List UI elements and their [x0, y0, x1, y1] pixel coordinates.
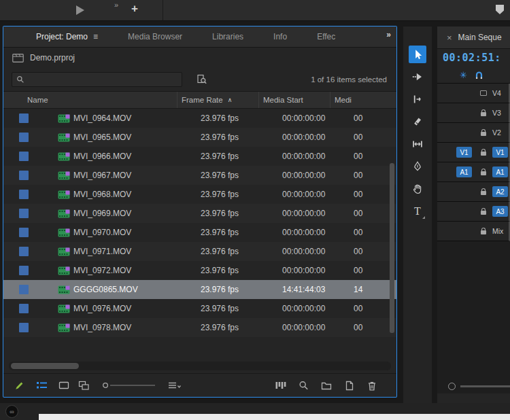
- horizontal-scrollbar[interactable]: [9, 362, 391, 370]
- track-header-row[interactable]: A3: [437, 202, 510, 222]
- horizontal-scrollbar-handle[interactable]: [11, 363, 79, 369]
- tab-overflow-chevron[interactable]: »: [386, 30, 390, 39]
- table-row[interactable]: MVI_0972.MOV 23.976 fps 00:00:00:00 00: [3, 261, 396, 280]
- search-box: [12, 72, 182, 87]
- label-color-swatch[interactable]: [19, 247, 29, 256]
- label-color-swatch[interactable]: [19, 266, 29, 275]
- table-row[interactable]: MVI_0964.MOV 23.976 fps 00:00:00:00 00: [3, 109, 396, 128]
- track-name-badge[interactable]: A2: [492, 186, 508, 197]
- slip-tool[interactable]: [409, 135, 426, 153]
- table-row[interactable]: MVI_0971.MOV 23.976 fps 00:00:00:00 00: [3, 242, 396, 261]
- tab-media-browser[interactable]: Media Browser: [128, 32, 182, 41]
- automate-to-sequence-icon[interactable]: [275, 381, 286, 390]
- zoom-slider[interactable]: [102, 381, 158, 390]
- track-name-badge[interactable]: A3: [492, 206, 508, 217]
- panel-menu-icon[interactable]: ≡: [93, 32, 98, 41]
- column-media-start[interactable]: Media Start: [258, 92, 330, 108]
- sequence-tab[interactable]: × Main Seque: [437, 27, 510, 49]
- new-bin-icon[interactable]: [321, 381, 332, 390]
- track-select-forward-tool[interactable]: [409, 68, 426, 86]
- hand-tool[interactable]: [409, 180, 426, 198]
- table-row[interactable]: MVI_0969.MOV 23.976 fps 00:00:00:00 00: [3, 204, 396, 223]
- table-row[interactable]: GGGG0865.MOV 23.976 fps 14:41:44:03 14: [3, 280, 396, 299]
- source-patch-badge[interactable]: V1: [456, 147, 472, 158]
- table-row[interactable]: MVI_0967.MOV 23.976 fps 00:00:00:00 00: [3, 166, 396, 185]
- label-color-swatch[interactable]: [19, 323, 29, 332]
- label-cell: [3, 285, 42, 294]
- selection-tool[interactable]: [409, 46, 426, 63]
- track-name-badge[interactable]: V2: [492, 128, 501, 137]
- track-name-badge[interactable]: V1: [492, 147, 508, 158]
- label-color-swatch[interactable]: [19, 113, 29, 123]
- track-lock-icon[interactable]: [481, 230, 486, 234]
- timeline-zoom-scrollbar[interactable]: [437, 379, 510, 393]
- timecode-display[interactable]: 00:02:51:: [437, 49, 510, 67]
- list-view-button[interactable]: [36, 381, 48, 390]
- track-name-badge[interactable]: A1: [492, 167, 508, 177]
- track-lock-icon[interactable]: [481, 211, 486, 215]
- close-panel-icon[interactable]: ×: [447, 33, 452, 43]
- sort-options-icon[interactable]: [167, 381, 182, 390]
- table-row[interactable]: MVI_0968.MOV 23.976 fps 00:00:00:00 00: [3, 185, 396, 204]
- table-row[interactable]: MVI_0966.MOV 23.976 fps 00:00:00:00 00: [3, 147, 396, 166]
- track-lock-icon[interactable]: [481, 112, 486, 116]
- razor-tool[interactable]: [409, 113, 426, 130]
- table-row[interactable]: MVI_0976.MOV 23.976 fps 00:00:00:00 00: [3, 299, 396, 318]
- track-lock-icon[interactable]: [481, 191, 486, 195]
- table-row[interactable]: MVI_0970.MOV 23.976 fps 00:00:00:00 00: [3, 223, 396, 242]
- track-header-row[interactable]: Mix: [437, 222, 510, 241]
- zoom-knob-icon[interactable]: [448, 383, 456, 390]
- tab-project[interactable]: Project: Demo ≡: [36, 32, 98, 41]
- label-color-swatch[interactable]: [19, 171, 29, 180]
- label-color-swatch[interactable]: [19, 190, 29, 199]
- ripple-edit-tool[interactable]: [409, 90, 426, 108]
- track-mini-icon[interactable]: [480, 90, 487, 96]
- advanced-search-button[interactable]: [193, 73, 211, 86]
- track-header-row[interactable]: V1 V1: [437, 143, 510, 162]
- track-name-badge[interactable]: V3: [492, 109, 501, 117]
- column-media-end[interactable]: Medi: [330, 92, 371, 108]
- column-frame-rate[interactable]: Frame Rate ∧: [177, 92, 258, 108]
- track-lock-icon[interactable]: [481, 132, 486, 136]
- column-name[interactable]: Name: [3, 96, 177, 104]
- marker-icon[interactable]: [496, 5, 504, 14]
- freeform-view-button[interactable]: [78, 381, 90, 391]
- track-lock-icon[interactable]: [481, 152, 486, 156]
- vertical-scrollbar[interactable]: [390, 163, 394, 333]
- tab-effects[interactable]: Effec: [317, 32, 335, 41]
- table-row[interactable]: MVI_0965.MOV 23.976 fps 00:00:00:00 00: [3, 128, 396, 147]
- creative-cloud-icon[interactable]: [5, 405, 18, 418]
- source-patch-badge[interactable]: A1: [456, 167, 472, 177]
- label-color-swatch[interactable]: [19, 209, 29, 218]
- track-header-row[interactable]: A1 A1: [437, 162, 510, 182]
- nest-toggle-icon[interactable]: ✳: [460, 71, 467, 80]
- pen-tool[interactable]: [409, 158, 426, 175]
- zoom-bar[interactable]: [460, 385, 510, 387]
- add-button[interactable]: +: [131, 2, 138, 16]
- label-color-swatch[interactable]: [19, 152, 29, 161]
- delete-trash-icon[interactable]: [367, 381, 377, 391]
- label-color-swatch[interactable]: [19, 133, 29, 142]
- tab-info[interactable]: Info: [273, 32, 287, 41]
- track-header-row[interactable]: V4: [437, 84, 510, 103]
- search-input[interactable]: [28, 74, 177, 85]
- track-name-badge[interactable]: V4: [492, 89, 501, 97]
- new-item-icon[interactable]: [344, 381, 354, 391]
- edit-pencil-icon[interactable]: [14, 381, 24, 391]
- icon-view-button[interactable]: [58, 381, 69, 390]
- label-color-swatch[interactable]: [19, 228, 29, 237]
- type-tool[interactable]: T: [409, 203, 426, 220]
- table-row[interactable]: MVI_0978.MOV 23.976 fps 00:00:00:00 00: [3, 318, 396, 337]
- track-header-row[interactable]: V3: [437, 103, 510, 123]
- find-icon[interactable]: [299, 381, 309, 391]
- track-header-row[interactable]: V2: [437, 123, 510, 143]
- track-header-row[interactable]: A2: [437, 182, 510, 202]
- snap-magnet-icon[interactable]: [475, 71, 483, 80]
- label-color-swatch[interactable]: [19, 285, 29, 294]
- tab-libraries[interactable]: Libraries: [212, 32, 243, 41]
- toolbar-overflow-chevron[interactable]: »: [114, 1, 118, 9]
- track-name-badge[interactable]: Mix: [492, 227, 503, 235]
- play-icon[interactable]: [76, 5, 84, 15]
- label-color-swatch[interactable]: [19, 304, 29, 313]
- track-lock-icon[interactable]: [481, 171, 486, 175]
